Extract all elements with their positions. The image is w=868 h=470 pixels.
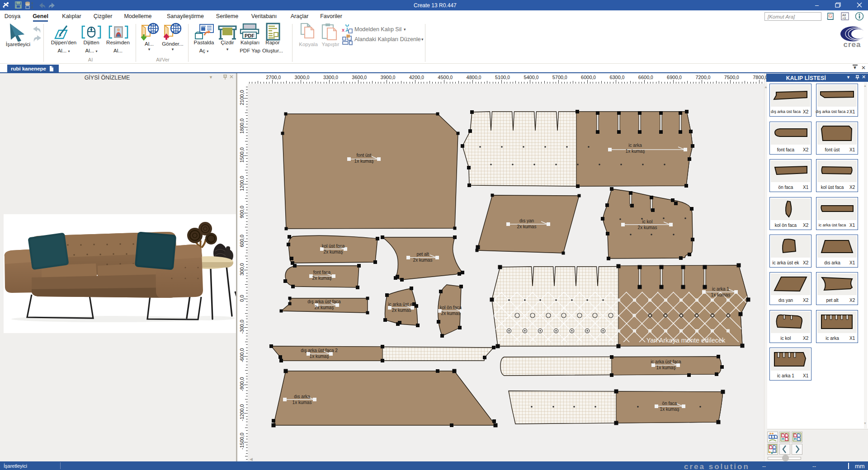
svg-text:1x kumaş: 1x kumaş [626,149,645,154]
svg-text:dıs yan: dıs yan [519,218,534,223]
svg-text:1x kumas: 1x kumas [292,400,312,405]
svg-text:2x kumas: 2x kumas [392,308,411,313]
svg-text:Yan Arkaya monte edilecek: Yan Arkaya monte edilecek [646,337,726,344]
svg-text:font faca: font faca [313,270,331,275]
svg-text:crea: crea [844,40,861,48]
svg-text:2x kumas: 2x kumas [413,258,433,263]
svg-text:ic arka 1: ic arka 1 [712,287,729,291]
svg-text:2x kumas: 2x kumas [517,224,537,229]
svg-text:2x kumaş: 2x kumaş [315,305,334,310]
svg-text:1x kumaş: 1x kumaş [354,159,374,164]
svg-text:1x kumaş: 1x kumaş [660,407,679,412]
svg-text:2x kumaş: 2x kumaş [312,276,332,281]
svg-text:x: x [342,27,345,33]
svg-text:PDF: PDF [245,33,255,38]
svg-text:ön faca: ön faca [662,401,677,406]
svg-text:2x kumas: 2x kumas [441,311,461,316]
svg-text:ic kol: ic kol [642,219,653,224]
svg-text:kol ön faca: kol ön faca [440,305,462,310]
svg-text:2x kumaş: 2x kumaş [324,249,343,254]
svg-text:1x kumaş: 1x kumaş [656,365,676,370]
svg-text:2x kumas: 2x kumas [638,225,657,230]
svg-text:dış arka üst faca: dış arka üst faca [307,299,341,304]
svg-text:Alt: Alt [842,14,846,17]
svg-text:kol üst faca: kol üst faca [322,244,345,249]
svg-text:ic arka üst faca: ic arka üst faca [651,359,681,364]
svg-text:ic arka: ic arka [628,143,642,148]
svg-text:G: G [829,14,832,19]
svg-text:pet alt: pet alt [416,252,429,257]
svg-text:dış arka üst faca 2: dış arka üst faca 2 [301,348,338,353]
svg-text:dıs arka: dıs arka [294,394,310,399]
svg-text:ic arka üst ek: ic arka üst ek [388,302,415,307]
svg-text:1x kumaş: 1x kumaş [310,354,329,359]
svg-text:+X: +X [842,17,846,20]
svg-text:1x kumas: 1x kumas [711,292,731,297]
svg-text:font üst: font üst [357,153,372,158]
